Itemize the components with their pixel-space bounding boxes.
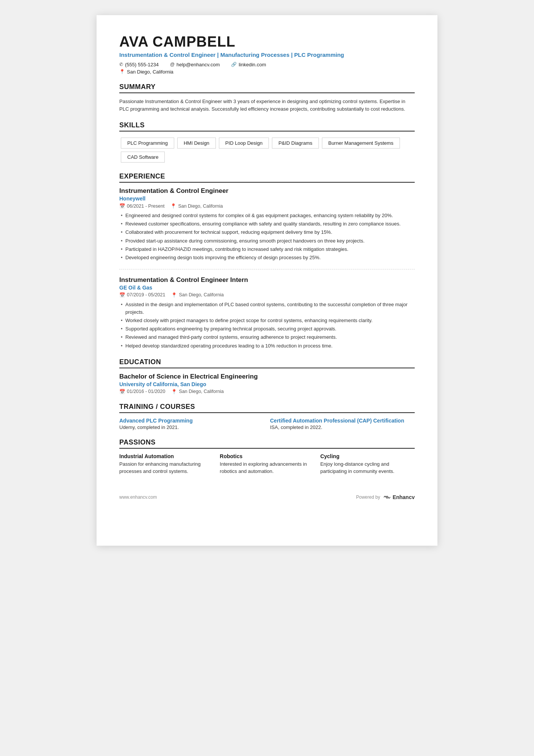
- skills-container: PLC Programming HMI Design PID Loop Desi…: [119, 136, 415, 164]
- skill-tag: PID Loop Design: [219, 138, 269, 149]
- passions-grid: Industrial Automation Passion for enhanc…: [119, 453, 415, 475]
- enhancv-brand-name: Enhancv: [393, 494, 415, 500]
- calendar-icon: 📅: [119, 292, 125, 298]
- job-title-1: Instrumentation & Control Engineer Inter…: [119, 276, 415, 284]
- company-name-0: Honeywell: [119, 196, 415, 202]
- job-meta-0: 📅 06/2021 - Present 📍 San Diego, Califor…: [119, 203, 415, 209]
- bullet-item: Worked closely with project managers to …: [119, 317, 415, 324]
- skill-tag: HMI Design: [177, 138, 216, 149]
- job-location-1: 📍 San Diego, California: [171, 292, 223, 298]
- bullet-item: Reviewed and managed third-party control…: [119, 333, 415, 341]
- passion-desc-1: Interested in exploring advancements in …: [220, 460, 314, 475]
- linkedin-icon: 🔗: [231, 62, 237, 67]
- passion-item-0: Industrial Automation Passion for enhanc…: [119, 453, 214, 475]
- degree-title: Bachelor of Science in Electrical Engine…: [119, 373, 415, 380]
- bullet-item: Helped develop standardized operating pr…: [119, 342, 415, 350]
- skills-section: SKILLS PLC Programming HMI Design PID Lo…: [119, 121, 415, 164]
- contact-row-1: ✆ (555) 555-1234 @ help@enhancv.com 🔗 li…: [119, 62, 415, 67]
- education-section: EDUCATION Bachelor of Science in Electri…: [119, 358, 415, 394]
- summary-title: SUMMARY: [119, 83, 415, 93]
- training-item-sub-0: Udemy, completed in 2021.: [119, 424, 264, 430]
- candidate-title: Instrumentation & Control Engineer | Man…: [119, 52, 415, 58]
- resume-page: AVA CAMPBELL Instrumentation & Control E…: [97, 15, 437, 546]
- job-dates-0: 📅 06/2021 - Present: [119, 203, 164, 209]
- linkedin-url: linkedin.com: [239, 62, 266, 67]
- location-icon: 📍: [119, 69, 125, 74]
- skill-tag: P&ID Diagrams: [272, 138, 319, 149]
- experience-title: EXPERIENCE: [119, 172, 415, 183]
- location-icon: 📍: [170, 203, 176, 209]
- skill-tag: CAD Software: [121, 152, 165, 163]
- passions-section: PASSIONS Industrial Automation Passion f…: [119, 438, 415, 475]
- location-contact: 📍 San Diego, California: [119, 69, 173, 75]
- bullet-item: Developed engineering design tools impro…: [119, 254, 415, 261]
- page-footer: www.enhancv.com Powered by Enhancv: [119, 494, 415, 500]
- passion-item-1: Robotics Interested in exploring advance…: [220, 453, 314, 475]
- linkedin-contact: 🔗 linkedin.com: [231, 62, 266, 67]
- bullet-item: Supported applications engineering by pr…: [119, 325, 415, 333]
- training-item-title-0: Advanced PLC Programming: [119, 418, 264, 424]
- training-item-1: Certified Automation Professional (CAP) …: [270, 418, 415, 430]
- phone-icon: ✆: [119, 62, 123, 67]
- edu-meta: 📅 01/2016 - 01/2020 📍 San Diego, Califor…: [119, 389, 415, 394]
- calendar-icon: 📅: [119, 389, 125, 394]
- bullet-item: Assisted in the design and implementatio…: [119, 301, 415, 316]
- passion-title-0: Industrial Automation: [119, 453, 214, 459]
- passion-desc-0: Passion for enhancing manufacturing proc…: [119, 460, 214, 475]
- training-section: TRAINING / COURSES Advanced PLC Programm…: [119, 403, 415, 430]
- training-item-0: Advanced PLC Programming Udemy, complete…: [119, 418, 264, 430]
- training-item-title-1: Certified Automation Professional (CAP) …: [270, 418, 415, 424]
- location-icon: 📍: [171, 292, 177, 298]
- skills-title: SKILLS: [119, 121, 415, 131]
- powered-by-label: Powered by: [356, 495, 380, 500]
- passion-title-2: Cycling: [320, 453, 415, 459]
- job-block-1: Instrumentation & Control Engineer Inter…: [119, 276, 415, 350]
- enhancv-logo: Enhancv: [383, 494, 415, 500]
- calendar-icon: 📅: [119, 203, 125, 209]
- location-icon: 📍: [171, 389, 177, 394]
- location-text: San Diego, California: [127, 69, 173, 75]
- job-title-0: Instrumentation & Control Engineer: [119, 187, 415, 195]
- passions-title: PASSIONS: [119, 438, 415, 449]
- job-dates-1: 📅 07/2019 - 05/2021: [119, 292, 165, 298]
- bullet-item: Reviewed customer specifications, ensuri…: [119, 220, 415, 228]
- email-icon: @: [170, 62, 175, 67]
- passion-desc-2: Enjoy long-distance cycling and particip…: [320, 460, 415, 475]
- job-meta-1: 📅 07/2019 - 05/2021 📍 San Diego, Califor…: [119, 292, 415, 298]
- edu-dates: 📅 01/2016 - 01/2020: [119, 389, 165, 394]
- job-bullets-0: Engineered and designed control systems …: [119, 212, 415, 261]
- bullet-item: Provided start-up assistance during comm…: [119, 237, 415, 245]
- email-contact: @ help@enhancv.com: [170, 62, 220, 67]
- enhancv-logo-icon: [383, 494, 392, 500]
- email-address: help@enhancv.com: [176, 62, 220, 67]
- job-bullets-1: Assisted in the design and implementatio…: [119, 301, 415, 350]
- passion-title-1: Robotics: [220, 453, 314, 459]
- job-location-0: 📍 San Diego, California: [170, 203, 223, 209]
- summary-text: Passionate Instrumentation & Control Eng…: [119, 98, 415, 113]
- training-grid: Advanced PLC Programming Udemy, complete…: [119, 418, 415, 430]
- company-name-1: GE Oil & Gas: [119, 285, 415, 291]
- header: AVA CAMPBELL Instrumentation & Control E…: [119, 34, 415, 75]
- footer-website: www.enhancv.com: [119, 495, 157, 500]
- contact-row-2: 📍 San Diego, California: [119, 69, 415, 75]
- passion-item-2: Cycling Enjoy long-distance cycling and …: [320, 453, 415, 475]
- candidate-name: AVA CAMPBELL: [119, 34, 415, 50]
- bullet-item: Participated in HAZOP/HAZID meetings, co…: [119, 246, 415, 253]
- edu-location: 📍 San Diego, California: [171, 389, 223, 394]
- phone-number: (555) 555-1234: [125, 62, 159, 67]
- skill-tag: Burner Management Systems: [322, 138, 400, 149]
- job-block-0: Instrumentation & Control Engineer Honey…: [119, 187, 415, 269]
- education-title: EDUCATION: [119, 358, 415, 368]
- footer-brand: Powered by Enhancv: [356, 494, 415, 500]
- summary-section: SUMMARY Passionate Instrumentation & Con…: [119, 83, 415, 113]
- training-title: TRAINING / COURSES: [119, 403, 415, 413]
- bullet-item: Engineered and designed control systems …: [119, 212, 415, 219]
- bullet-item: Collaborated with procurement for techni…: [119, 229, 415, 236]
- experience-section: EXPERIENCE Instrumentation & Control Eng…: [119, 172, 415, 350]
- school-name: University of California, San Diego: [119, 381, 415, 387]
- training-item-sub-1: ISA, completed in 2022.: [270, 424, 415, 430]
- phone-contact: ✆ (555) 555-1234: [119, 62, 159, 67]
- skill-tag: PLC Programming: [121, 138, 174, 149]
